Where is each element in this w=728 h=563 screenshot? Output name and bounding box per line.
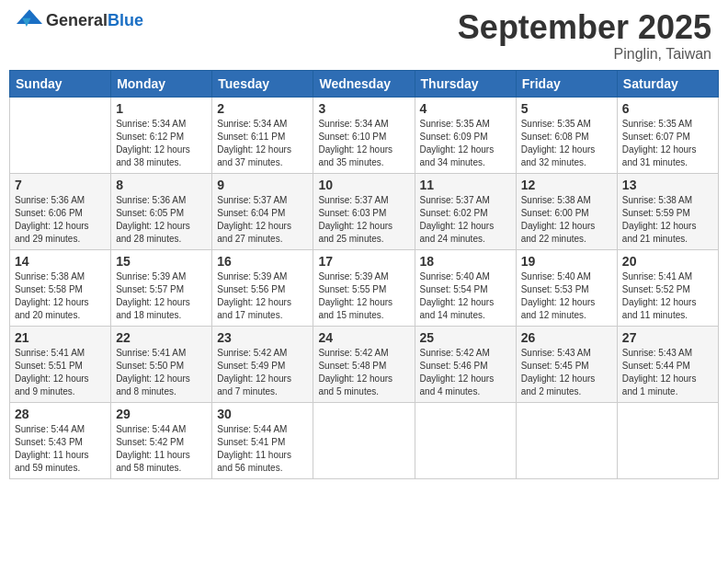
logo-general-text: General — [46, 11, 108, 29]
calendar-day-cell: 16Sunrise: 5:39 AM Sunset: 5:56 PM Dayli… — [212, 249, 313, 326]
day-number: 2 — [217, 101, 308, 116]
weekday-header: Sunday — [10, 70, 111, 97]
calendar-day-cell: 7Sunrise: 5:36 AM Sunset: 6:06 PM Daylig… — [10, 173, 111, 249]
day-info: Sunrise: 5:34 AM Sunset: 6:11 PM Dayligh… — [217, 118, 308, 169]
day-number: 9 — [217, 178, 308, 192]
calendar-day-cell: 17Sunrise: 5:39 AM Sunset: 5:55 PM Dayli… — [313, 249, 415, 326]
day-number: 14 — [15, 254, 106, 269]
svg-marker-0 — [17, 9, 42, 24]
calendar-day-cell: 10Sunrise: 5:37 AM Sunset: 6:03 PM Dayli… — [313, 173, 415, 249]
calendar-day-cell: 29Sunrise: 5:44 AM Sunset: 5:42 PM Dayli… — [111, 402, 212, 478]
logo-blue-text: Blue — [108, 11, 143, 29]
calendar-day-cell: 11Sunrise: 5:37 AM Sunset: 6:02 PM Dayli… — [415, 173, 516, 249]
calendar-day-cell: 1Sunrise: 5:34 AM Sunset: 6:12 PM Daylig… — [111, 97, 212, 173]
day-number: 13 — [622, 178, 713, 192]
logo-icon — [17, 9, 42, 31]
calendar-day-cell: 23Sunrise: 5:42 AM Sunset: 5:49 PM Dayli… — [212, 326, 313, 402]
calendar-day-cell: 30Sunrise: 5:44 AM Sunset: 5:41 PM Dayli… — [212, 402, 313, 478]
day-info: Sunrise: 5:39 AM Sunset: 5:57 PM Dayligh… — [116, 270, 207, 322]
day-info: Sunrise: 5:40 AM Sunset: 5:53 PM Dayligh… — [521, 270, 612, 322]
day-number: 21 — [15, 330, 106, 345]
day-number: 19 — [521, 254, 612, 269]
day-number: 20 — [622, 254, 713, 269]
day-info: Sunrise: 5:35 AM Sunset: 6:07 PM Dayligh… — [622, 118, 713, 169]
day-info: Sunrise: 5:37 AM Sunset: 6:04 PM Dayligh… — [217, 194, 308, 246]
calendar-day-cell: 24Sunrise: 5:42 AM Sunset: 5:48 PM Dayli… — [313, 326, 415, 402]
day-number: 6 — [622, 101, 713, 116]
day-number: 7 — [15, 178, 106, 192]
calendar-day-cell: 8Sunrise: 5:36 AM Sunset: 6:05 PM Daylig… — [111, 173, 212, 249]
day-info: Sunrise: 5:42 AM Sunset: 5:46 PM Dayligh… — [420, 347, 511, 398]
calendar-day-cell: 2Sunrise: 5:34 AM Sunset: 6:11 PM Daylig… — [212, 97, 313, 173]
day-number: 22 — [116, 330, 207, 345]
calendar-day-cell: 4Sunrise: 5:35 AM Sunset: 6:09 PM Daylig… — [415, 97, 516, 173]
calendar-week-row: 7Sunrise: 5:36 AM Sunset: 6:06 PM Daylig… — [10, 173, 719, 249]
calendar-day-cell: 14Sunrise: 5:38 AM Sunset: 5:58 PM Dayli… — [10, 249, 111, 326]
calendar-week-row: 21Sunrise: 5:41 AM Sunset: 5:51 PM Dayli… — [10, 326, 719, 402]
title-section: September 2025 Pinglin, Taiwan — [458, 9, 711, 63]
calendar-day-cell: 9Sunrise: 5:37 AM Sunset: 6:04 PM Daylig… — [212, 173, 313, 249]
day-info: Sunrise: 5:34 AM Sunset: 6:12 PM Dayligh… — [116, 118, 207, 169]
day-info: Sunrise: 5:41 AM Sunset: 5:50 PM Dayligh… — [116, 347, 207, 398]
calendar-day-cell: 25Sunrise: 5:42 AM Sunset: 5:46 PM Dayli… — [415, 326, 516, 402]
day-info: Sunrise: 5:42 AM Sunset: 5:48 PM Dayligh… — [318, 347, 409, 398]
day-number: 1 — [116, 101, 207, 116]
day-info: Sunrise: 5:37 AM Sunset: 6:02 PM Dayligh… — [420, 194, 511, 246]
calendar-day-cell: 26Sunrise: 5:43 AM Sunset: 5:45 PM Dayli… — [516, 326, 617, 402]
day-number: 28 — [15, 407, 106, 421]
day-number: 25 — [420, 330, 511, 345]
day-info: Sunrise: 5:35 AM Sunset: 6:08 PM Dayligh… — [521, 118, 612, 169]
weekday-header: Tuesday — [212, 70, 313, 97]
calendar-day-cell: 12Sunrise: 5:38 AM Sunset: 6:00 PM Dayli… — [516, 173, 617, 249]
day-number: 11 — [420, 178, 511, 192]
day-number: 10 — [318, 178, 409, 192]
day-number: 29 — [116, 407, 207, 421]
weekday-header: Thursday — [415, 70, 516, 97]
calendar-week-row: 1Sunrise: 5:34 AM Sunset: 6:12 PM Daylig… — [10, 97, 719, 173]
day-number: 5 — [521, 101, 612, 116]
calendar-day-cell: 27Sunrise: 5:43 AM Sunset: 5:44 PM Dayli… — [617, 326, 718, 402]
calendar-day-cell: 13Sunrise: 5:38 AM Sunset: 5:59 PM Dayli… — [617, 173, 718, 249]
day-info: Sunrise: 5:34 AM Sunset: 6:10 PM Dayligh… — [318, 118, 409, 169]
calendar-day-cell: 21Sunrise: 5:41 AM Sunset: 5:51 PM Dayli… — [10, 326, 111, 402]
day-info: Sunrise: 5:35 AM Sunset: 6:09 PM Dayligh… — [420, 118, 511, 169]
calendar-day-cell — [10, 97, 111, 173]
day-number: 30 — [217, 407, 308, 421]
day-info: Sunrise: 5:42 AM Sunset: 5:49 PM Dayligh… — [217, 347, 308, 398]
calendar-day-cell: 5Sunrise: 5:35 AM Sunset: 6:08 PM Daylig… — [516, 97, 617, 173]
calendar-table: SundayMondayTuesdayWednesdayThursdayFrid… — [9, 70, 719, 479]
day-info: Sunrise: 5:38 AM Sunset: 5:58 PM Dayligh… — [15, 270, 106, 322]
day-info: Sunrise: 5:41 AM Sunset: 5:52 PM Dayligh… — [622, 270, 713, 322]
day-info: Sunrise: 5:43 AM Sunset: 5:45 PM Dayligh… — [521, 347, 612, 398]
day-info: Sunrise: 5:43 AM Sunset: 5:44 PM Dayligh… — [622, 347, 713, 398]
day-number: 3 — [318, 101, 409, 116]
day-info: Sunrise: 5:38 AM Sunset: 6:00 PM Dayligh… — [521, 194, 612, 246]
day-number: 23 — [217, 330, 308, 345]
day-number: 16 — [217, 254, 308, 269]
calendar-day-cell: 22Sunrise: 5:41 AM Sunset: 5:50 PM Dayli… — [111, 326, 212, 402]
calendar-day-cell: 6Sunrise: 5:35 AM Sunset: 6:07 PM Daylig… — [617, 97, 718, 173]
day-number: 18 — [420, 254, 511, 269]
weekday-header: Wednesday — [313, 70, 415, 97]
day-number: 26 — [521, 330, 612, 345]
day-info: Sunrise: 5:39 AM Sunset: 5:56 PM Dayligh… — [217, 270, 308, 322]
day-number: 17 — [318, 254, 409, 269]
day-info: Sunrise: 5:39 AM Sunset: 5:55 PM Dayligh… — [318, 270, 409, 322]
calendar-day-cell: 19Sunrise: 5:40 AM Sunset: 5:53 PM Dayli… — [516, 249, 617, 326]
day-info: Sunrise: 5:37 AM Sunset: 6:03 PM Dayligh… — [318, 194, 409, 246]
day-number: 4 — [420, 101, 511, 116]
calendar-day-cell — [415, 402, 516, 478]
day-info: Sunrise: 5:44 AM Sunset: 5:43 PM Dayligh… — [15, 423, 106, 475]
day-info: Sunrise: 5:36 AM Sunset: 6:05 PM Dayligh… — [116, 194, 207, 246]
month-title: September 2025 — [458, 9, 711, 46]
calendar-day-cell: 15Sunrise: 5:39 AM Sunset: 5:57 PM Dayli… — [111, 249, 212, 326]
day-info: Sunrise: 5:36 AM Sunset: 6:06 PM Dayligh… — [15, 194, 106, 246]
day-number: 24 — [318, 330, 409, 345]
day-number: 12 — [521, 178, 612, 192]
day-number: 27 — [622, 330, 713, 345]
calendar-day-cell: 28Sunrise: 5:44 AM Sunset: 5:43 PM Dayli… — [10, 402, 111, 478]
day-info: Sunrise: 5:41 AM Sunset: 5:51 PM Dayligh… — [15, 347, 106, 398]
day-number: 15 — [116, 254, 207, 269]
logo: GeneralBlue — [17, 9, 143, 31]
weekday-header: Monday — [111, 70, 212, 97]
